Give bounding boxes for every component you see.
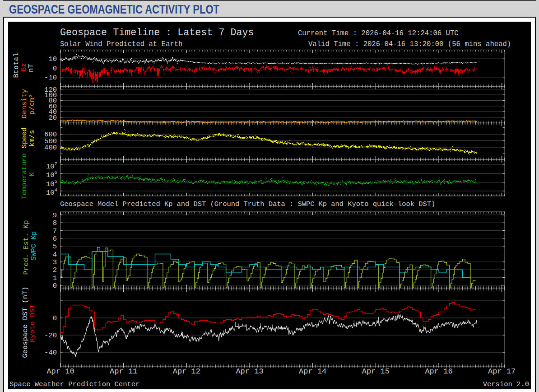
svg-text:Geospace Model Predicted Kp an: Geospace Model Predicted Kp and DST (Gro… [60,200,435,208]
svg-text:nT: nT [27,64,35,72]
svg-text:0: 0 [53,282,57,290]
svg-text:Version 2.0: Version 2.0 [483,380,529,388]
svg-text:Apr 15: Apr 15 [362,367,390,376]
svg-text:Kyoto DST: Kyoto DST [28,304,37,342]
svg-text:Btotal: Btotal [12,53,20,78]
svg-text:Valid Time : 2026-04-16 13:20:: Valid Time : 2026-04-16 13:20:00 (56 min… [308,40,511,48]
svg-text:SWPC Kp: SWPC Kp [30,231,38,261]
svg-text:1: 1 [53,274,57,282]
svg-text:Apr 12: Apr 12 [173,367,200,376]
svg-text:Space Weather Prediction Cente: Space Weather Prediction Center [9,380,139,388]
svg-text:Apr 17: Apr 17 [488,367,516,376]
svg-text:-40: -40 [44,349,57,357]
svg-text:0: 0 [53,314,57,322]
svg-text:K: K [28,172,36,177]
svg-text:Apr 16: Apr 16 [425,367,452,376]
svg-text:3: 3 [53,258,57,266]
svg-text:5: 5 [53,243,57,251]
svg-text:km/s: km/s [28,130,36,147]
svg-text:0: 0 [53,65,57,73]
svg-text:-20: -20 [44,331,57,340]
svg-text:2: 2 [53,266,57,274]
svg-text:4: 4 [53,251,57,259]
svg-text:7: 7 [53,227,57,235]
svg-text:Apr 11: Apr 11 [110,367,137,376]
svg-text:Temperature: Temperature [20,153,28,199]
svg-text:600: 600 [44,131,57,139]
svg-text:9: 9 [53,211,57,219]
svg-text:Apr 14: Apr 14 [299,367,326,376]
svg-text:120: 120 [44,86,57,94]
svg-text:8: 8 [53,219,57,227]
svg-text:10: 10 [48,55,57,63]
svg-text:Speed: Speed [20,127,28,149]
svg-text:Current Time : 2026-04-16 12:2: Current Time : 2026-04-16 12:24:06 UTC [298,29,459,37]
svg-text:Apr 13: Apr 13 [236,367,263,376]
svg-text:-10: -10 [44,74,57,82]
svg-text:Apr 10: Apr 10 [46,367,74,376]
svg-text:Geospace Timeline : Latest 7 D: Geospace Timeline : Latest 7 Days [60,27,254,38]
svg-text:Pred. Est. Kp: Pred. Est. Kp [22,220,30,275]
svg-text:6: 6 [53,235,57,243]
svg-text:GEOSPACE GEOMAGNETIC ACTIVITY: GEOSPACE GEOMAGNETIC ACTIVITY PLOT [9,3,219,16]
svg-text:Density: Density [20,89,28,118]
svg-text:p/cm³: p/cm³ [28,93,36,115]
svg-text:Solar Wind Predicted at Earth: Solar Wind Predicted at Earth [60,40,182,48]
